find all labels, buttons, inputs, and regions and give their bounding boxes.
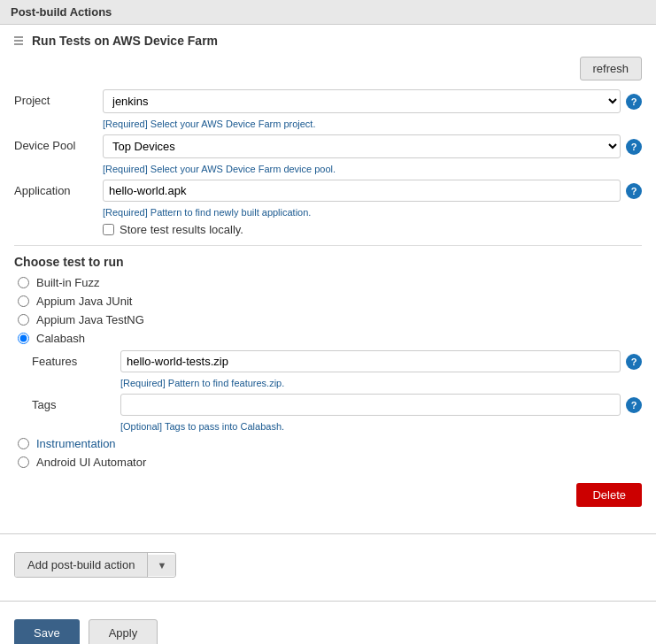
radio-appium-testng-label[interactable]: Appium Java TestNG bbox=[36, 313, 144, 326]
tags-row: Tags ? bbox=[32, 394, 642, 416]
tags-help-icon[interactable]: ? bbox=[626, 397, 642, 413]
application-input[interactable] bbox=[103, 180, 621, 202]
features-control: ? bbox=[120, 350, 642, 372]
radio-calabash-label[interactable]: Calabash bbox=[36, 332, 85, 345]
section-title: Post-build Actions bbox=[11, 5, 112, 19]
choose-test-title: Choose test to run bbox=[14, 255, 642, 269]
radio-appium-testng-input[interactable] bbox=[18, 314, 29, 326]
features-help-icon[interactable]: ? bbox=[626, 354, 642, 370]
delete-button[interactable]: Delete bbox=[576, 483, 642, 507]
tags-input[interactable] bbox=[120, 394, 621, 416]
tags-control: ? bbox=[120, 394, 642, 416]
radio-android-ui-input[interactable] bbox=[18, 456, 29, 468]
features-input[interactable] bbox=[120, 350, 621, 372]
device-pool-label: Device Pool bbox=[14, 134, 103, 152]
radio-instrumentation-label[interactable]: Instrumentation bbox=[36, 437, 116, 450]
save-button[interactable]: Save bbox=[14, 619, 80, 644]
radio-appium-junit: Appium Java JUnit bbox=[14, 295, 642, 308]
store-results-label[interactable]: Store test results locally. bbox=[120, 223, 243, 236]
store-results-row: Store test results locally. bbox=[103, 223, 642, 236]
drag-handle-icon bbox=[14, 36, 23, 45]
device-pool-select[interactable]: Top Devices bbox=[103, 134, 621, 158]
apply-button[interactable]: Apply bbox=[89, 619, 158, 644]
project-help-icon[interactable]: ? bbox=[626, 94, 642, 110]
add-post-build-button[interactable]: Add post-build action ▼ bbox=[14, 552, 176, 578]
refresh-row: refresh bbox=[14, 57, 642, 80]
application-hint: [Required] Pattern to find newly built a… bbox=[103, 207, 642, 218]
radio-android-ui: Android UI Automator bbox=[14, 456, 642, 469]
footer-divider bbox=[0, 601, 656, 602]
add-post-build-label: Add post-build action bbox=[15, 553, 148, 577]
tags-hint: [Optional] Tags to pass into Calabash. bbox=[120, 421, 642, 432]
application-row: Application ? bbox=[14, 180, 642, 202]
radio-instrumentation-input[interactable] bbox=[18, 438, 29, 449]
delete-row: Delete bbox=[14, 483, 642, 507]
radio-appium-testng: Appium Java TestNG bbox=[14, 313, 642, 326]
section-content: Run Tests on AWS Device Farm refresh Pro… bbox=[0, 25, 656, 525]
radio-calabash: Calabash bbox=[14, 332, 642, 345]
features-label: Features bbox=[32, 350, 120, 368]
device-pool-help-icon[interactable]: ? bbox=[626, 139, 642, 155]
add-post-build-arrow-icon: ▼ bbox=[148, 555, 175, 576]
radio-android-ui-label[interactable]: Android UI Automator bbox=[36, 456, 146, 469]
refresh-button[interactable]: refresh bbox=[580, 57, 642, 80]
project-hint: [Required] Select your AWS Device Farm p… bbox=[103, 119, 642, 129]
project-select[interactable]: jenkins bbox=[103, 89, 621, 113]
features-row: Features ? bbox=[32, 350, 642, 372]
radio-instrumentation: Instrumentation bbox=[14, 437, 642, 450]
project-label: Project bbox=[14, 89, 103, 107]
subsection-title: Run Tests on AWS Device Farm bbox=[14, 34, 642, 48]
application-control: ? bbox=[103, 180, 642, 202]
features-hint: [Required] Pattern to find features.zip. bbox=[120, 378, 642, 388]
device-pool-control: Top Devices ? bbox=[103, 134, 642, 158]
section-header: Post-build Actions bbox=[0, 0, 656, 25]
application-help-icon[interactable]: ? bbox=[626, 183, 642, 199]
page-container: Post-build Actions Run Tests on AWS Devi… bbox=[0, 0, 656, 644]
radio-appium-junit-input[interactable] bbox=[18, 295, 29, 307]
radio-appium-junit-label[interactable]: Appium Java JUnit bbox=[36, 295, 132, 308]
radio-calabash-input[interactable] bbox=[18, 333, 29, 344]
footer-buttons: Save Apply bbox=[0, 610, 656, 644]
project-control: jenkins ? bbox=[103, 89, 642, 113]
add-action-row: Add post-build action ▼ bbox=[0, 543, 656, 586]
device-pool-row: Device Pool Top Devices ? bbox=[14, 134, 642, 158]
radio-builtin-fuzz: Built-in Fuzz bbox=[14, 276, 642, 289]
store-results-checkbox[interactable] bbox=[103, 224, 114, 235]
bottom-divider bbox=[0, 533, 656, 534]
divider-1 bbox=[14, 245, 642, 246]
application-label: Application bbox=[14, 180, 103, 197]
radio-builtin-fuzz-input[interactable] bbox=[18, 277, 29, 288]
device-pool-hint: [Required] Select your AWS Device Farm d… bbox=[103, 164, 642, 174]
tags-label: Tags bbox=[32, 394, 120, 411]
radio-builtin-fuzz-label[interactable]: Built-in Fuzz bbox=[36, 276, 100, 289]
project-row: Project jenkins ? bbox=[14, 89, 642, 113]
